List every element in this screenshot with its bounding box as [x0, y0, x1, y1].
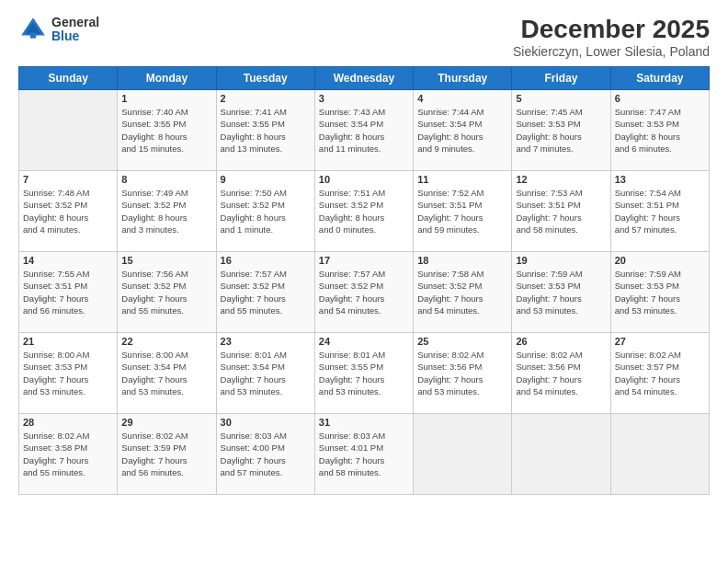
- calendar-cell: [19, 90, 118, 171]
- day-number: 21: [23, 336, 113, 347]
- day-number: 31: [319, 417, 409, 428]
- calendar-cell: 15Sunrise: 7:56 AMSunset: 3:52 PMDayligh…: [118, 252, 216, 333]
- col-monday: Monday: [118, 67, 216, 90]
- calendar-cell: 6Sunrise: 7:47 AMSunset: 3:53 PMDaylight…: [610, 90, 709, 171]
- day-number: 22: [121, 336, 211, 347]
- calendar-cell: 23Sunrise: 8:01 AMSunset: 3:54 PMDayligh…: [216, 333, 314, 414]
- calendar-cell: 28Sunrise: 8:02 AMSunset: 3:58 PMDayligh…: [19, 414, 118, 495]
- day-number: 2: [221, 93, 311, 104]
- calendar-cell: 29Sunrise: 8:02 AMSunset: 3:59 PMDayligh…: [118, 414, 216, 495]
- calendar-cell: 14Sunrise: 7:55 AMSunset: 3:51 PMDayligh…: [19, 252, 118, 333]
- day-number: 15: [121, 255, 211, 266]
- day-info: Sunrise: 8:03 AMSunset: 4:01 PMDaylight:…: [319, 430, 409, 478]
- day-number: 5: [516, 93, 606, 104]
- logo-icon: [18, 15, 48, 44]
- calendar-cell: [414, 414, 512, 495]
- calendar-cell: 9Sunrise: 7:50 AMSunset: 3:52 PMDaylight…: [216, 171, 314, 252]
- svg-rect-2: [30, 32, 36, 38]
- day-number: 27: [615, 336, 705, 347]
- calendar-cell: 17Sunrise: 7:57 AMSunset: 3:52 PMDayligh…: [314, 252, 413, 333]
- col-wednesday: Wednesday: [314, 67, 413, 90]
- calendar-cell: 21Sunrise: 8:00 AMSunset: 3:53 PMDayligh…: [19, 333, 118, 414]
- logo: General Blue: [18, 15, 99, 44]
- col-sunday: Sunday: [19, 67, 118, 90]
- day-info: Sunrise: 8:03 AMSunset: 4:00 PMDaylight:…: [221, 430, 311, 478]
- calendar-cell: 27Sunrise: 8:02 AMSunset: 3:57 PMDayligh…: [610, 333, 709, 414]
- title-block: December 2025 Siekierczyn, Lower Silesia…: [513, 15, 710, 59]
- day-info: Sunrise: 7:56 AMSunset: 3:52 PMDaylight:…: [121, 268, 211, 316]
- day-number: 26: [516, 336, 606, 347]
- day-number: 9: [221, 174, 311, 185]
- logo-general-text: General: [51, 16, 99, 29]
- day-info: Sunrise: 7:59 AMSunset: 3:53 PMDaylight:…: [516, 268, 606, 316]
- day-number: 13: [615, 174, 705, 185]
- calendar-cell: 31Sunrise: 8:03 AMSunset: 4:01 PMDayligh…: [314, 414, 413, 495]
- calendar-cell: 13Sunrise: 7:54 AMSunset: 3:51 PMDayligh…: [610, 171, 709, 252]
- day-number: 30: [221, 417, 311, 428]
- calendar-cell: 24Sunrise: 8:01 AMSunset: 3:55 PMDayligh…: [314, 333, 413, 414]
- day-number: 29: [121, 417, 211, 428]
- day-info: Sunrise: 7:57 AMSunset: 3:52 PMDaylight:…: [319, 268, 409, 316]
- location-title: Siekierczyn, Lower Silesia, Poland: [513, 44, 710, 59]
- month-title: December 2025: [513, 15, 710, 44]
- calendar-cell: 19Sunrise: 7:59 AMSunset: 3:53 PMDayligh…: [512, 252, 610, 333]
- logo-text: General Blue: [51, 16, 99, 44]
- calendar-week-1: 7Sunrise: 7:48 AMSunset: 3:52 PMDaylight…: [19, 171, 710, 252]
- day-info: Sunrise: 8:02 AMSunset: 3:58 PMDaylight:…: [23, 430, 113, 478]
- day-number: 23: [221, 336, 311, 347]
- day-info: Sunrise: 7:53 AMSunset: 3:51 PMDaylight:…: [516, 187, 606, 236]
- calendar-cell: 25Sunrise: 8:02 AMSunset: 3:56 PMDayligh…: [414, 333, 512, 414]
- day-info: Sunrise: 7:50 AMSunset: 3:52 PMDaylight:…: [221, 187, 311, 236]
- col-thursday: Thursday: [414, 67, 512, 90]
- calendar-cell: 20Sunrise: 7:59 AMSunset: 3:53 PMDayligh…: [610, 252, 709, 333]
- calendar-cell: 5Sunrise: 7:45 AMSunset: 3:53 PMDaylight…: [512, 90, 610, 171]
- col-friday: Friday: [512, 67, 610, 90]
- calendar-cell: 11Sunrise: 7:52 AMSunset: 3:51 PMDayligh…: [414, 171, 512, 252]
- day-info: Sunrise: 7:43 AMSunset: 3:54 PMDaylight:…: [319, 106, 409, 155]
- day-info: Sunrise: 7:58 AMSunset: 3:52 PMDaylight:…: [417, 268, 507, 316]
- day-info: Sunrise: 8:02 AMSunset: 3:57 PMDaylight:…: [615, 349, 705, 397]
- day-info: Sunrise: 7:59 AMSunset: 3:53 PMDaylight:…: [615, 268, 705, 316]
- day-number: 20: [615, 255, 705, 266]
- header: General Blue December 2025 Siekierczyn, …: [18, 15, 710, 59]
- col-tuesday: Tuesday: [216, 67, 314, 90]
- calendar-cell: 26Sunrise: 8:02 AMSunset: 3:56 PMDayligh…: [512, 333, 610, 414]
- calendar-cell: [610, 414, 709, 495]
- day-number: 16: [221, 255, 311, 266]
- calendar-week-4: 28Sunrise: 8:02 AMSunset: 3:58 PMDayligh…: [19, 414, 710, 495]
- day-info: Sunrise: 8:02 AMSunset: 3:56 PMDaylight:…: [417, 349, 507, 397]
- day-info: Sunrise: 7:47 AMSunset: 3:53 PMDaylight:…: [615, 106, 705, 155]
- day-info: Sunrise: 8:01 AMSunset: 3:54 PMDaylight:…: [221, 349, 311, 397]
- calendar-cell: 1Sunrise: 7:40 AMSunset: 3:55 PMDaylight…: [118, 90, 216, 171]
- calendar-cell: 2Sunrise: 7:41 AMSunset: 3:55 PMDaylight…: [216, 90, 314, 171]
- calendar-cell: [512, 414, 610, 495]
- day-info: Sunrise: 7:41 AMSunset: 3:55 PMDaylight:…: [221, 106, 311, 155]
- day-info: Sunrise: 7:40 AMSunset: 3:55 PMDaylight:…: [121, 106, 211, 155]
- day-info: Sunrise: 7:44 AMSunset: 3:54 PMDaylight:…: [417, 106, 507, 155]
- calendar-cell: 4Sunrise: 7:44 AMSunset: 3:54 PMDaylight…: [414, 90, 512, 171]
- day-info: Sunrise: 7:54 AMSunset: 3:51 PMDaylight:…: [615, 187, 705, 236]
- calendar-cell: 16Sunrise: 7:57 AMSunset: 3:52 PMDayligh…: [216, 252, 314, 333]
- day-info: Sunrise: 7:57 AMSunset: 3:52 PMDaylight:…: [221, 268, 311, 316]
- day-info: Sunrise: 8:00 AMSunset: 3:54 PMDaylight:…: [121, 349, 211, 397]
- day-number: 14: [23, 255, 113, 266]
- day-number: 28: [23, 417, 113, 428]
- day-number: 10: [319, 174, 409, 185]
- day-number: 25: [417, 336, 507, 347]
- calendar-header-row: Sunday Monday Tuesday Wednesday Thursday…: [19, 67, 710, 90]
- day-number: 12: [516, 174, 606, 185]
- calendar-cell: 7Sunrise: 7:48 AMSunset: 3:52 PMDaylight…: [19, 171, 118, 252]
- day-number: 1: [121, 93, 211, 104]
- day-number: 11: [417, 174, 507, 185]
- calendar-cell: 30Sunrise: 8:03 AMSunset: 4:00 PMDayligh…: [216, 414, 314, 495]
- calendar-table: Sunday Monday Tuesday Wednesday Thursday…: [18, 66, 710, 495]
- day-number: 4: [417, 93, 507, 104]
- day-info: Sunrise: 8:02 AMSunset: 3:56 PMDaylight:…: [516, 349, 606, 397]
- page: General Blue December 2025 Siekierczyn, …: [0, 0, 728, 563]
- day-number: 18: [417, 255, 507, 266]
- day-info: Sunrise: 8:01 AMSunset: 3:55 PMDaylight:…: [319, 349, 409, 397]
- day-info: Sunrise: 7:52 AMSunset: 3:51 PMDaylight:…: [417, 187, 507, 236]
- day-info: Sunrise: 7:48 AMSunset: 3:52 PMDaylight:…: [23, 187, 113, 236]
- calendar-cell: 22Sunrise: 8:00 AMSunset: 3:54 PMDayligh…: [118, 333, 216, 414]
- day-info: Sunrise: 8:02 AMSunset: 3:59 PMDaylight:…: [121, 430, 211, 478]
